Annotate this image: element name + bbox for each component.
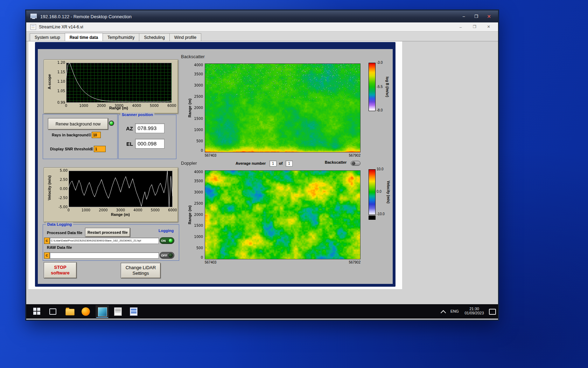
change-lidar-settings-button[interactable]: Change LiDAR Settings <box>121 263 161 278</box>
app-titlebar[interactable]: StreamLine XR v14-6.vi – ❐ ✕ <box>26 22 498 32</box>
background-led <box>109 121 114 126</box>
logging-on-toggle[interactable]: ON <box>160 237 174 244</box>
average-current-input[interactable]: 1 <box>270 161 276 166</box>
backscatter-cbar-unit-label: log B (/m/sr) <box>385 77 389 97</box>
doppler-cbar-tick-mid: 0.0 <box>377 190 382 193</box>
task-view-button[interactable] <box>49 308 56 315</box>
rays-value-input[interactable]: 10 <box>92 132 101 138</box>
doppler-cbar-tick-max: 10.0 <box>377 167 383 171</box>
streamline-app-button[interactable] <box>98 307 107 316</box>
tab-temp-humidity[interactable]: Temp/humidity <box>103 33 139 41</box>
rays-in-background-label: Rays in background <box>52 133 89 137</box>
doppler-y-axis-label: Range (m) <box>188 205 192 224</box>
doppler-cbar-unit-label: Velocity (m/s) <box>386 181 390 203</box>
backscatter-heading: Backscatter <box>181 54 205 59</box>
doppler-colorbar-out-of-range <box>369 216 376 220</box>
snr-spinner[interactable] <box>90 146 93 152</box>
tab-real-time-data[interactable]: Real time data <box>65 33 103 41</box>
app-title: StreamLine XR v14-6.vi <box>39 25 83 29</box>
renew-background-button[interactable]: Renew background now <box>48 118 108 130</box>
rdp-minimize-button[interactable]: – <box>458 13 469 20</box>
logging-on-label: ON <box>161 239 166 243</box>
taskbar-date: 01/09/2023 <box>462 311 486 315</box>
data-app-button[interactable] <box>130 307 138 316</box>
active-app-underline <box>96 317 108 318</box>
rdp-titlebar[interactable]: 192.168.0.122 - Remote Desktop Connectio… <box>26 11 498 22</box>
change-lidar-line1: Change LiDAR <box>126 265 156 271</box>
el-input[interactable]: 000.098 <box>135 139 164 149</box>
raw-data-file-label: RAW Data file <box>47 245 72 250</box>
rdp-close-button[interactable]: ✕ <box>483 13 495 20</box>
processed-drive-selector[interactable]: C <box>44 238 50 244</box>
doppler-cbar-tick-min: -10.0 <box>377 212 385 216</box>
scanner-position-group <box>118 115 176 159</box>
ascope-chart-canvas <box>45 61 177 113</box>
tab-scheduling[interactable]: Scheduling <box>139 33 169 41</box>
raw-drive-selector[interactable]: C <box>44 252 50 259</box>
labview-icon <box>30 24 36 30</box>
taskbar-time: 21:30 <box>462 307 486 311</box>
app-restore-button[interactable]: ❐ <box>469 24 480 30</box>
average-total-input[interactable]: 1 <box>286 161 293 166</box>
doppler-heatmap-canvas <box>186 169 361 260</box>
raw-path-input[interactable] <box>50 252 159 259</box>
stop-software-button[interactable]: STOP software <box>44 262 77 278</box>
logging-off-label: OFF <box>161 254 167 257</box>
doppler-colorbar <box>369 169 376 215</box>
start-button[interactable] <box>33 308 40 315</box>
logging-off-led <box>168 253 173 258</box>
backscatter-xtick-right: 567902 <box>336 154 360 157</box>
logging-off-toggle[interactable]: OFF <box>160 252 174 259</box>
rdp-maximize-button[interactable]: ❐ <box>471 13 482 20</box>
data-logging-title: Data Logging <box>46 222 73 226</box>
az-label: AZ <box>126 125 133 131</box>
backscatter-cbar-tick-min: -8.0 <box>377 108 383 112</box>
backscatter-y-axis-label: Range (m) <box>188 98 192 117</box>
processed-data-file-label: Processed Data file <box>47 231 83 235</box>
change-lidar-line2: Settings <box>133 271 149 276</box>
doppler-xtick-left: 567403 <box>205 260 216 264</box>
rdp-title: 192.168.0.122 - Remote Desktop Connectio… <box>40 14 132 19</box>
ascope-graph <box>44 60 178 114</box>
tab-system-setup[interactable]: System setup <box>30 33 65 41</box>
notification-center-button[interactable] <box>489 309 496 315</box>
ascope-x-axis-label: Range (m) <box>91 106 147 110</box>
stop-software-line1: STOP <box>54 265 66 270</box>
restart-processed-file-button[interactable]: Restart processed file <box>85 228 130 237</box>
backscatter-colorbar <box>369 63 376 111</box>
backscatter-toggle-label: Backscatter <box>325 160 346 164</box>
logging-on-led <box>168 238 173 243</box>
backscatter-xtick-left: 567403 <box>205 154 216 157</box>
backscatter-cbar-tick-max: -3.0 <box>377 61 383 64</box>
rays-spinner[interactable] <box>88 132 91 138</box>
snr-value-input[interactable]: 1 <box>94 146 106 152</box>
logging-label: Logging <box>159 229 174 233</box>
snr-threshold-label: Display SNR threshold <box>50 147 92 151</box>
stop-software-line2: software <box>51 270 69 276</box>
velocity-x-axis-label: Range (m) <box>92 212 148 217</box>
taskbar-clock[interactable]: 21:30 01/09/2023 <box>462 307 486 315</box>
firefox-button[interactable] <box>82 307 90 316</box>
el-label: EL <box>126 141 133 147</box>
az-input[interactable]: 078.993 <box>135 123 164 133</box>
remote-desktop-icon <box>30 14 37 19</box>
average-of-label: of <box>279 161 282 165</box>
backscatter-heatmap-canvas <box>186 62 361 153</box>
tab-bar: System setup Real time data Temp/humidit… <box>26 32 498 41</box>
file-explorer-button[interactable] <box>65 309 75 315</box>
rdp-window: 192.168.0.122 - Remote Desktop Connectio… <box>26 11 498 320</box>
processed-path-input[interactable]: C:\Lidar\Data\Proc\2023\202309\20230901\… <box>50 238 159 244</box>
doppler-xtick-right: 567902 <box>336 260 360 264</box>
ascope-y-axis-label: A-scope <box>47 74 51 89</box>
average-number-label: Average number <box>236 161 266 165</box>
desktop: 192.168.0.122 - Remote Desktop Connectio… <box>0 0 588 368</box>
scan-scheduler-button[interactable] <box>114 307 122 316</box>
scanner-position-title: Scanner position <box>120 113 154 117</box>
windows-logo-icon <box>33 308 40 315</box>
backscatter-toggle[interactable] <box>351 161 360 166</box>
language-indicator[interactable]: ENG <box>450 309 459 313</box>
tab-wind-profile[interactable]: Wind profile <box>169 33 201 41</box>
app-minimize-button[interactable]: – <box>455 24 466 30</box>
backscatter-cbar-tick-mid: -5.5 <box>377 85 383 89</box>
app-close-button[interactable]: ✕ <box>483 24 494 30</box>
